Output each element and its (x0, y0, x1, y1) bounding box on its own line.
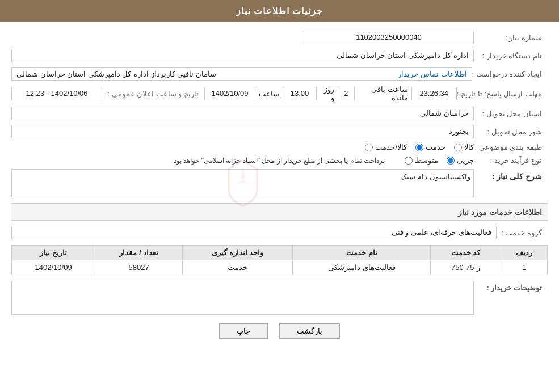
deadline-date: 1402/10/09 (204, 87, 255, 100)
order-number-row: شماره نیاز : 1102003250000040 (11, 31, 548, 44)
buyer-row: نام دستگاه خریدار : اداره کل دامپزشکی اس… (11, 49, 548, 62)
deadline-row: مهلت ارسال پاسخ: تا تاریخ : 23:26:34 ساع… (11, 85, 548, 102)
announce-label: تاریخ و ساعت اعلان عمومی : (102, 90, 204, 98)
deadline-time: 13:00 (283, 87, 317, 100)
purchase-type-fields: متوسط جزیی پرداخت تمام یا بخشی از مبلغ خ… (11, 156, 474, 165)
back-button[interactable]: بازگشت (279, 323, 340, 339)
deadline-day-label: روز و (320, 85, 334, 102)
col-unit: واحد اندازه گیری (183, 246, 293, 260)
service-table: ردیف کد خدمت نام خدمت واحد اندازه گیری ت… (11, 245, 548, 275)
province-value: خراسان شمالی (11, 107, 474, 120)
page-title: جزئیات اطلاعات نیاز (236, 6, 323, 16)
creator-value: سامان نافیی کاربرداز اداره کل دامپزشکی ا… (16, 70, 216, 78)
purchase-type-label: نوع فرآیند خرید : (474, 156, 548, 165)
page-header: جزئیات اطلاعات نیاز (0, 0, 559, 22)
service-group-label: گروه خدمت : (497, 229, 548, 237)
city-value: بجنورد (11, 125, 474, 138)
deadline-days: 2 (338, 87, 355, 100)
radio-label-kala-khedmat: کالا/خدمت (375, 143, 407, 151)
purchase-jozii[interactable]: جزیی (447, 156, 474, 165)
creator-field: اطلاعات تماس خریدار سامان نافیی کاربرداز… (11, 67, 472, 81)
radio-kala-khedmat[interactable] (365, 144, 373, 151)
sharh-text: واکسیناسیون دام سبک (400, 172, 470, 181)
print-button[interactable]: چاپ (219, 323, 268, 339)
radio-label-kala: کالا (464, 143, 474, 151)
creator-label: ایجاد کننده درخواست : (472, 70, 548, 78)
purchase-motaset[interactable]: متوسط (405, 156, 438, 165)
radio-label-motaset: متوسط (415, 156, 438, 165)
service-section-title: اطلاعات خدمات مورد نیاز (11, 203, 548, 221)
service-group-value: فعالیت‌های حرفه‌ای، علمی و فنی (11, 226, 497, 239)
category-label: طبقه بندی موضوعی : (474, 143, 548, 151)
col-rownum: ردیف (501, 246, 547, 260)
radio-khedmat[interactable] (415, 144, 423, 151)
col-code: کد خدمت (431, 246, 501, 260)
sharh-label: شرح کلی نیاز : (474, 169, 548, 181)
city-label: شهر محل تحویل : (474, 128, 548, 136)
buyer-desc-row: توضیحات خریدار : (11, 281, 548, 315)
city-row: شهر محل تحویل : بجنورد (11, 125, 548, 138)
province-label: استان محل تحویل : (474, 109, 548, 118)
buyer-desc-textarea[interactable] (11, 281, 474, 315)
buyer-label: نام دستگاه خریدار : (474, 52, 548, 60)
category-khedmat[interactable]: خدمت (415, 143, 445, 151)
sharh-row: شرح کلی نیاز : واکسیناسیون دام سبک (11, 169, 548, 197)
col-qty: تعداد / مقدار (95, 246, 183, 260)
table-header-row: ردیف کد خدمت نام خدمت واحد اندازه گیری ت… (12, 246, 548, 260)
category-options: کالا/خدمت خدمت کالا (365, 143, 474, 151)
radio-label-khedmat: خدمت (426, 143, 445, 151)
deadline-remaining: 23:26:34 (411, 87, 457, 100)
category-kala[interactable]: کالا (454, 143, 474, 151)
buttons-row: بازگشت چاپ (11, 323, 548, 339)
radio-motaset[interactable] (405, 157, 413, 165)
category-row: طبقه بندی موضوعی : کالا/خدمت خدمت کالا (11, 143, 548, 151)
service-table-section: ردیف کد خدمت نام خدمت واحد اندازه گیری ت… (11, 245, 548, 275)
radio-jozii[interactable] (447, 157, 455, 165)
deadline-fields: 23:26:34 ساعت باقی مانده 2 روز و 13:00 س… (204, 85, 457, 102)
purchase-type-row: نوع فرآیند خرید : متوسط جزیی پرداخت تمام… (11, 156, 548, 165)
deadline-time-label: ساعت (259, 90, 279, 98)
buyer-value: اداره کل دامپزشکی استان خراسان شمالی (11, 49, 474, 62)
col-name: نام خدمت (293, 246, 431, 260)
radio-kala[interactable] (454, 144, 462, 151)
radio-label-jozii: جزیی (457, 156, 474, 165)
province-row: استان محل تحویل : خراسان شمالی (11, 107, 548, 120)
service-group-row: گروه خدمت : فعالیت‌های حرفه‌ای، علمی و ف… (11, 226, 548, 239)
order-number-value: 1102003250000040 (304, 31, 474, 44)
deadline-label: مهلت ارسال پاسخ: تا تاریخ : (457, 90, 548, 98)
creator-row: ایجاد کننده درخواست : اطلاعات تماس خریدا… (11, 67, 548, 81)
deadline-remaining-label: ساعت باقی مانده (358, 85, 408, 102)
buyer-desc-label: توضیحات خریدار : (474, 281, 548, 292)
announce-value: 1402/10/06 - 12:23 (11, 87, 102, 100)
purchase-type-options: متوسط جزیی (405, 156, 474, 165)
sharh-value: واکسیناسیون دام سبک (11, 169, 474, 197)
category-kala-khedmat[interactable]: کالا/خدمت (365, 143, 407, 151)
col-date: تاریخ نیاز (12, 246, 95, 260)
purchase-type-note: پرداخت تمام یا بخشی از مبلغ خریدار از مح… (172, 157, 385, 165)
table-row: 1ز-75-750فعالیت‌های دامپزشکیخدمت58027140… (12, 260, 548, 275)
creator-link[interactable]: اطلاعات تماس خریدار (398, 70, 466, 78)
order-number-label: شماره نیاز : (474, 33, 548, 42)
